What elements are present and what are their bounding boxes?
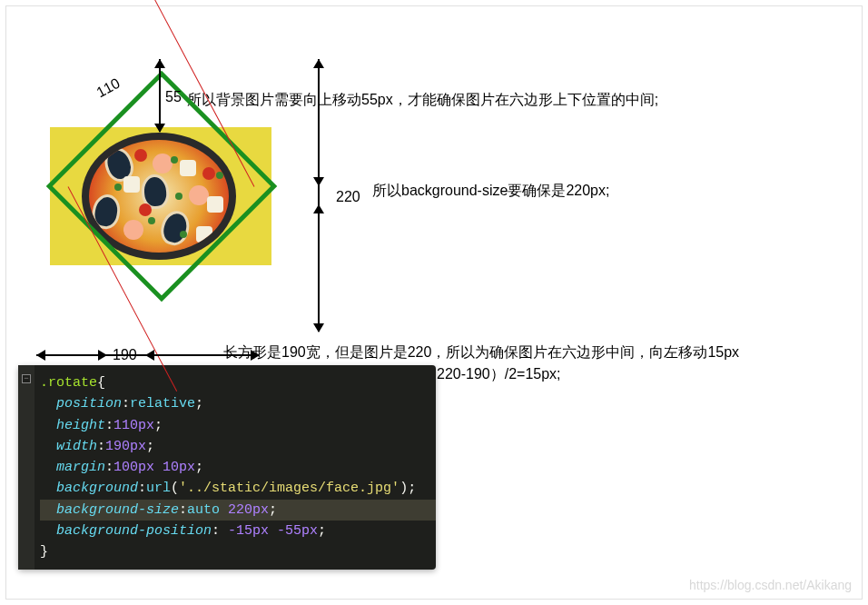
- explanation-text-1: 所以背景图片需要向上移动55px，才能确保图片在六边形上下位置的中间;: [187, 91, 658, 110]
- dimension-label-55: 55: [165, 89, 182, 105]
- arrow-head-icon: [154, 59, 165, 68]
- arrow-head-icon: [36, 350, 45, 361]
- dimension-label-190: 190: [113, 347, 137, 363]
- arrow-head-icon: [313, 177, 324, 186]
- explanation-text-2: 所以background-size要确保是220px;: [372, 182, 609, 201]
- dimension-arrow-220: [318, 59, 320, 332]
- code-gutter: −: [18, 365, 35, 570]
- dimension-label-110: 110: [94, 75, 123, 101]
- arrow-head-icon: [313, 59, 324, 68]
- arrow-head-icon: [313, 323, 324, 332]
- arrow-head-icon: [313, 204, 324, 213]
- code-content: .rotate{ position:relative; height:110px…: [40, 372, 436, 562]
- fold-icon[interactable]: −: [22, 374, 31, 383]
- explanation-text-3: 长方形是190宽，但是图片是220，所以为确保图片在六边形中间，向左移动15px: [223, 343, 739, 362]
- explanation-text-3b: （220-190）/2=15px;: [422, 365, 561, 384]
- watermark-text: https://blog.csdn.net/Akikang: [689, 578, 852, 592]
- arrow-head-icon: [154, 124, 165, 133]
- arrow-head-icon: [251, 350, 260, 361]
- arrow-head-icon: [145, 350, 154, 361]
- dimension-arrow-55: [159, 59, 161, 132]
- arrow-head-icon: [98, 350, 107, 361]
- css-code-snippet: − .rotate{ position:relative; height:110…: [18, 365, 436, 570]
- dimension-label-220: 220: [336, 189, 360, 205]
